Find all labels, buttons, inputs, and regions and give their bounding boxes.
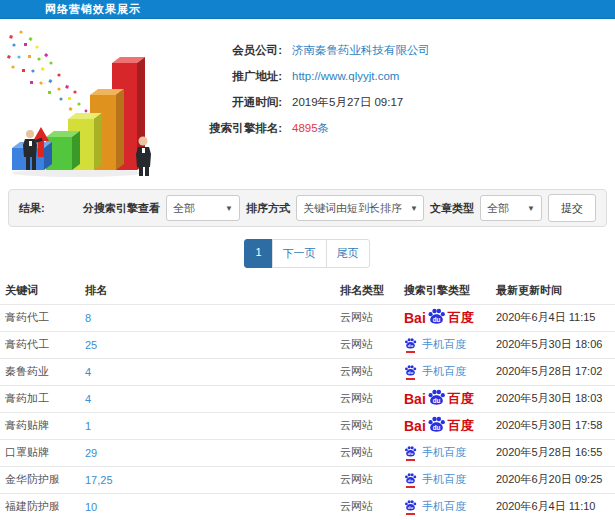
updated-time-text: 2020年5月30日 18:06 [496, 338, 602, 350]
info-section: 会员公司: 济南秦鲁药业科技有限公司 推广地址: http://www.qlyy… [0, 19, 615, 183]
confetti-dots [7, 30, 87, 112]
page-1-button[interactable]: 1 [244, 239, 272, 268]
baidu-paw-icon: du [427, 388, 446, 407]
engine-select[interactable]: 全部 ▼ [166, 195, 240, 221]
rank-link[interactable]: 4 [85, 366, 91, 378]
engine-select-value: 全部 [173, 201, 195, 216]
engine-type-cell: du 手机百度 [399, 493, 491, 520]
rank-type-text: 云网站 [340, 365, 373, 377]
mobile-baidu-label: 手机百度 [422, 447, 466, 458]
submit-button[interactable]: 提交 [548, 194, 596, 222]
header-updated: 最新更新时间 [491, 278, 615, 304]
url-label: 推广地址: [172, 69, 282, 84]
table-row: 金华防护服17,25云网站 du 手机百度2020年6月20日 09:25 [0, 466, 615, 493]
updated-time-text: 2020年6月4日 11:15 [496, 311, 595, 323]
rank-type-text: 云网站 [340, 500, 373, 512]
rank-type-text: 云网站 [340, 392, 373, 404]
svg-text:du: du [408, 370, 414, 375]
baidu-paw-icon: du [404, 472, 417, 485]
updated-time-text: 2020年6月4日 11:10 [496, 500, 595, 512]
svg-text:du: du [432, 423, 440, 430]
rank-link[interactable]: 17,25 [85, 474, 113, 486]
page-title: 网络营销效果展示 [45, 2, 141, 17]
rank-link[interactable]: 29 [85, 447, 97, 459]
keyword-text: 膏药加工 [5, 392, 49, 404]
mobile-baidu-logo: du 手机百度 [404, 337, 466, 353]
member-info: 会员公司: 济南秦鲁药业科技有限公司 推广地址: http://www.qlyy… [172, 27, 430, 183]
header-bar: 网络营销效果展示 [0, 0, 615, 19]
field-rank-count: 搜索引擎排名: 4895条 [172, 115, 430, 141]
rank-type-text: 云网站 [340, 338, 373, 350]
baidu-red-underline [406, 486, 415, 488]
engine-type-cell: du 手机百度 [399, 358, 491, 385]
sort-filter-label: 排序方式 [246, 201, 290, 216]
engine-type-cell: du 手机百度 [399, 439, 491, 466]
rank-count-unit: 条 [318, 122, 330, 134]
baidu-logo: Bai du 百度 [404, 307, 474, 329]
baidu-paw-icon: du [427, 307, 446, 326]
baidu-paw-icon: du [404, 499, 417, 512]
mobile-baidu-logo: du 手机百度 [404, 499, 466, 515]
baidu-logo: Bai du 百度 [404, 415, 474, 437]
rank-link[interactable]: 25 [85, 339, 97, 351]
table-row: 口罩贴牌29云网站 du 手机百度2020年5月28日 16:55 [0, 439, 615, 466]
keyword-text: 福建防护服 [5, 500, 60, 512]
updated-time-text: 2020年5月30日 17:58 [496, 419, 602, 431]
last-page-button[interactable]: 尾页 [326, 239, 370, 268]
rank-type-text: 云网站 [340, 419, 373, 431]
rank-type-text: 云网站 [340, 473, 373, 485]
svg-text:du: du [408, 478, 414, 483]
table-row: 秦鲁药业4云网站 du 手机百度2020年5月28日 17:02 [0, 358, 615, 385]
engine-type-cell: du 手机百度 [399, 331, 491, 358]
sort-select-value: 关键词由短到长排序 [303, 201, 402, 216]
engine-filter-label: 分搜索引擎查看 [83, 201, 160, 216]
header-keyword: 关键词 [0, 278, 80, 304]
engine-type-cell: Bai du 百度 [399, 412, 491, 439]
promotion-url-link[interactable]: http://www.qlyyjt.com [292, 70, 399, 82]
ground-shadow [12, 169, 142, 177]
field-company: 会员公司: 济南秦鲁药业科技有限公司 [172, 37, 430, 63]
rank-count-label: 搜索引擎排名: [172, 121, 282, 136]
svg-text:du: du [432, 315, 440, 322]
header-rank-type: 排名类型 [335, 278, 399, 304]
results-table-body: 膏药代工8云网站 Bai du 百度2020年6月4日 11:15膏药代工25云… [0, 304, 615, 520]
mobile-baidu-logo: du 手机百度 [404, 364, 466, 380]
rank-link[interactable]: 1 [85, 420, 91, 432]
keyword-text: 金华防护服 [5, 473, 60, 485]
article-type-select[interactable]: 全部 ▼ [480, 195, 542, 221]
table-row: 膏药加工4云网站 Bai du 百度2020年5月30日 18:03 [0, 385, 615, 412]
engine-type-cell: du 手机百度 [399, 466, 491, 493]
svg-text:du: du [408, 505, 414, 510]
updated-time-text: 2020年5月28日 16:55 [496, 446, 602, 458]
mobile-baidu-logo: du 手机百度 [404, 472, 466, 488]
header-engine-type: 搜索引擎类型 [399, 278, 491, 304]
svg-text:du: du [408, 343, 414, 348]
results-table: 关键词 排名 排名类型 搜索引擎类型 最新更新时间 膏药代工8云网站 Bai d… [0, 278, 615, 520]
updated-time-text: 2020年6月20日 09:25 [496, 473, 602, 485]
company-link[interactable]: 济南秦鲁药业科技有限公司 [292, 43, 430, 58]
mobile-baidu-logo: du 手机百度 [404, 445, 466, 461]
baidu-paw-icon: du [427, 415, 446, 434]
chevron-down-icon: ▼ [527, 204, 535, 213]
rank-link[interactable]: 4 [85, 393, 91, 405]
rank-link[interactable]: 10 [85, 501, 97, 513]
sort-select[interactable]: 关键词由短到长排序 ▼ [296, 195, 424, 221]
keyword-text: 口罩贴牌 [5, 446, 49, 458]
keyword-text: 秦鲁药业 [5, 365, 49, 377]
baidu-paw-icon: du [404, 337, 417, 350]
table-row: 福建防护服10云网站 du 手机百度2020年6月4日 11:10 [0, 493, 615, 520]
chevron-down-icon: ▼ [225, 204, 233, 213]
chevron-down-icon: ▼ [410, 204, 418, 213]
baidu-red-underline [406, 513, 415, 515]
baidu-red-underline [406, 351, 415, 353]
keyword-text: 膏药代工 [5, 311, 49, 323]
updated-time-text: 2020年5月30日 18:03 [496, 392, 602, 404]
rank-type-text: 云网站 [340, 311, 373, 323]
next-page-button[interactable]: 下一页 [272, 239, 327, 268]
rank-link[interactable]: 8 [85, 312, 91, 324]
table-header-row: 关键词 排名 排名类型 搜索引擎类型 最新更新时间 [0, 278, 615, 304]
svg-text:du: du [408, 451, 414, 456]
updated-time-text: 2020年5月28日 17:02 [496, 365, 602, 377]
rank-count-value: 4895 [292, 122, 318, 134]
keyword-text: 膏药代工 [5, 338, 49, 350]
